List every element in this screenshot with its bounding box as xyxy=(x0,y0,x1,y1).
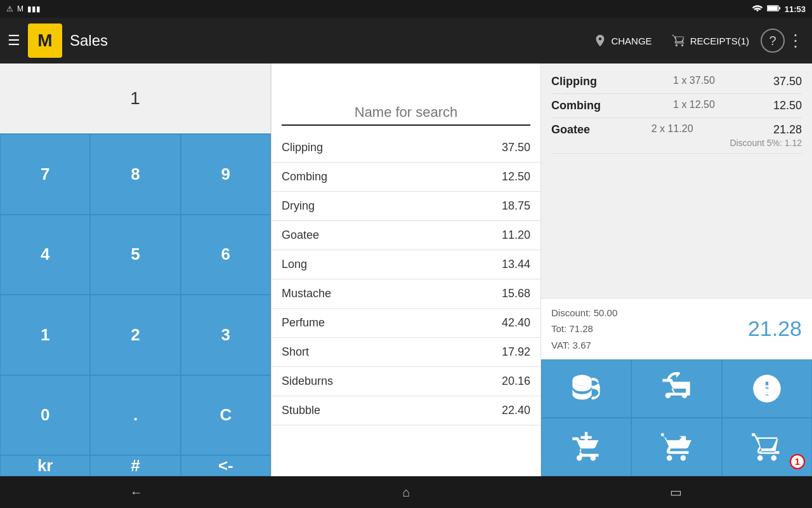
remove-cart-icon xyxy=(660,431,693,464)
product-name: Sideburns xyxy=(282,375,333,388)
coins-icon xyxy=(570,372,603,405)
product-list: Clipping37.50Combing12.50Drying18.75Goat… xyxy=(272,133,540,476)
hamburger-icon[interactable]: ☰ xyxy=(8,32,20,49)
keypad-key-4[interactable]: 4 xyxy=(0,215,90,295)
keypad-key-1[interactable]: 1 xyxy=(0,295,90,375)
product-item[interactable]: Short17.92 xyxy=(272,338,540,367)
product-item[interactable]: Goatee11.20 xyxy=(272,221,540,250)
change-label: CHANGE xyxy=(611,36,652,46)
m-icon: M xyxy=(17,4,23,13)
product-name: Drying xyxy=(282,199,315,213)
top-bar: ☰ M Sales CHANGE RECEIPTS(1) ( 1 ) ? ⋮ xyxy=(0,18,812,64)
product-name: Goatee xyxy=(282,229,319,242)
receipt-item-total: 12.50 xyxy=(773,99,802,112)
search-input[interactable] xyxy=(282,104,530,121)
receipt-item: Goatee 2 x 11.20 21.28 Discount 5%: 1.12 xyxy=(551,118,802,154)
wifi-icon xyxy=(752,4,763,15)
product-item[interactable]: Sideburns20.16 xyxy=(272,367,540,396)
receipts-label: RECEIPTS(1) xyxy=(690,36,749,46)
add-cart-icon xyxy=(570,431,603,464)
coins-button[interactable] xyxy=(541,359,631,418)
product-name: Combing xyxy=(282,170,327,184)
cart-return-button[interactable] xyxy=(631,359,721,418)
product-item[interactable]: Long13.44 xyxy=(272,250,540,279)
keypad-key-kr[interactable]: kr xyxy=(0,455,90,476)
keypad-key-3[interactable]: 3 xyxy=(181,295,271,375)
receipts-button[interactable]: RECEIPTS(1) ( 1 ) xyxy=(664,29,758,53)
display-value: 1 xyxy=(130,88,140,109)
product-item[interactable]: Mustache15.68 xyxy=(272,279,540,309)
svg-rect-2 xyxy=(778,7,780,9)
remove-cart-button[interactable] xyxy=(631,418,721,476)
product-price: 37.50 xyxy=(502,141,530,154)
keypad-key-0[interactable]: 0 xyxy=(0,375,90,456)
keypad-key-_[interactable]: # xyxy=(90,455,180,476)
summary-total-amount: 21.28 xyxy=(748,316,802,341)
receipt-item-total: 37.50 xyxy=(773,75,802,88)
keypad-key-_[interactable]: . xyxy=(90,375,180,456)
receipt-item-qty: 1 x 37.50 xyxy=(615,75,773,86)
discount-line: Discount: 50.00 xyxy=(551,305,617,321)
product-name: Clipping xyxy=(282,141,323,154)
product-name: Short xyxy=(282,345,309,359)
receipt-item-qty: 1 x 12.50 xyxy=(615,99,773,110)
product-item[interactable]: Drying18.75 xyxy=(272,192,540,221)
alert-icon: ⚠ xyxy=(6,4,13,13)
receipt-item-qty: 2 x 11.20 xyxy=(615,123,730,135)
product-item[interactable]: Clipping37.50 xyxy=(272,133,540,163)
product-price: 22.40 xyxy=(502,404,530,417)
product-price: 12.50 xyxy=(502,170,530,184)
keypad-key-9[interactable]: 9 xyxy=(181,134,271,215)
keypad-key-__[interactable]: <- xyxy=(181,455,271,476)
product-item[interactable]: Stubble22.40 xyxy=(272,396,540,425)
home-button[interactable]: ⌂ xyxy=(402,485,410,500)
top-actions: CHANGE RECEIPTS(1) ( 1 ) ? ⋮ xyxy=(584,29,804,53)
product-price: 18.75 xyxy=(502,199,530,213)
change-icon xyxy=(593,34,607,48)
more-options-button[interactable]: ⋮ xyxy=(787,32,804,49)
keypad-key-6[interactable]: 6 xyxy=(181,215,271,295)
product-price: 13.44 xyxy=(502,258,530,271)
logo-box: M xyxy=(28,23,62,58)
keypad-key-8[interactable]: 8 xyxy=(90,134,180,215)
product-name: Mustache xyxy=(282,287,331,300)
svg-rect-1 xyxy=(768,6,778,10)
battery-icon xyxy=(767,4,781,14)
app-title: Sales xyxy=(70,32,577,50)
back-button[interactable]: ← xyxy=(130,485,143,500)
product-item[interactable]: Perfume42.40 xyxy=(272,309,540,338)
product-panel: Clipping37.50Combing12.50Drying18.75Goat… xyxy=(271,64,541,476)
product-name: Long xyxy=(282,258,307,271)
product-name: Perfume xyxy=(282,316,325,330)
product-price: 20.16 xyxy=(502,375,530,388)
product-price: 15.68 xyxy=(502,287,530,300)
discount-button[interactable]: $ xyxy=(722,359,812,418)
product-price: 42.40 xyxy=(502,316,530,330)
vat-line: VAT: 3.67 xyxy=(551,337,617,354)
receipt-item-name: Goatee xyxy=(551,123,615,137)
receipts-badge: 1 xyxy=(790,454,805,469)
keypad-key-5[interactable]: 5 xyxy=(90,215,180,295)
help-button[interactable]: ? xyxy=(761,29,785,53)
keypad-key-7[interactable]: 7 xyxy=(0,134,90,215)
status-bar: ⚠ M ▮▮▮ 11:53 xyxy=(0,0,812,18)
summary-box: Discount: 50.00 Tot: 71.28 VAT: 3.67 21.… xyxy=(541,298,812,360)
add-cart-button[interactable] xyxy=(541,418,631,476)
product-item[interactable]: Combing12.50 xyxy=(272,163,540,192)
keypad-key-C[interactable]: C xyxy=(181,375,271,456)
keypad-key-2[interactable]: 2 xyxy=(90,295,180,375)
recents-button[interactable]: ▭ xyxy=(670,485,682,500)
change-button[interactable]: CHANGE xyxy=(584,29,660,53)
product-price: 11.20 xyxy=(502,229,530,242)
receipt-item: Combing 1 x 12.50 12.50 xyxy=(551,94,802,118)
keypad-display: 1 xyxy=(0,64,271,133)
logo-letter: M xyxy=(37,30,52,51)
receipt-item: Clipping 1 x 37.50 37.50 xyxy=(551,70,802,94)
view-receipts-icon xyxy=(750,431,783,464)
view-receipts-button[interactable]: 1 xyxy=(722,418,812,476)
receipt-item-sub: Discount 5%: 1.12 xyxy=(730,138,802,148)
battery-bars-icon: ▮▮▮ xyxy=(27,4,41,13)
nav-bar: ← ⌂ ▭ xyxy=(0,476,812,508)
product-price: 17.92 xyxy=(502,345,530,359)
svg-point-3 xyxy=(572,375,591,385)
